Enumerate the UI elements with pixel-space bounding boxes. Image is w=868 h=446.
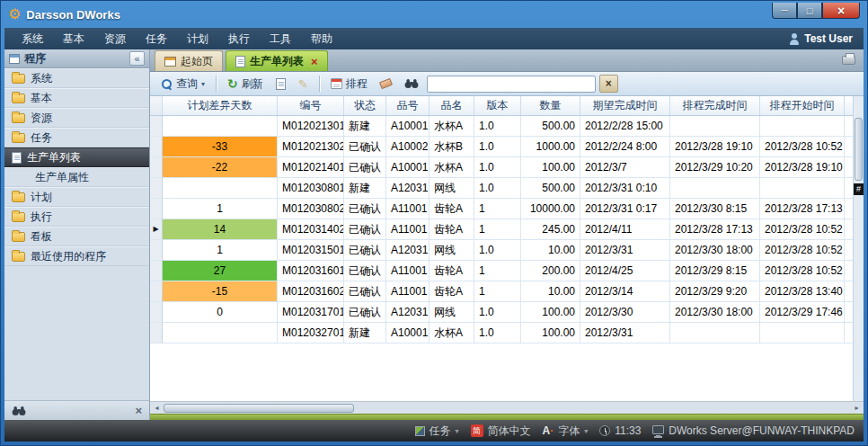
cell: 100.00 [521, 323, 580, 343]
eraser-button[interactable] [376, 78, 396, 89]
cell: 2012/3/29 9:20 [670, 281, 760, 302]
user-info[interactable]: Test User [789, 32, 856, 45]
table-row[interactable]: -15M012031602已确认A11001齿轮A110.002012/3/14… [150, 281, 864, 302]
scroll-left-arrow-icon[interactable] [150, 402, 164, 414]
eraser-icon [379, 78, 393, 89]
statusbar-server[interactable]: DWorks Server@FUNWAY-THINKPAD [652, 424, 855, 437]
refresh-button[interactable]: 刷新 [223, 75, 268, 94]
column-header[interactable]: 期望完成时间 [580, 96, 670, 115]
cell: 1.0 [474, 240, 521, 261]
table-row[interactable]: M012032701新建A10001水杯A1.0100.002012/3/31 [150, 323, 864, 343]
maximize-button[interactable] [797, 3, 822, 19]
sidebar-item[interactable]: 最近使用的程序 [4, 246, 149, 266]
chevron-down-icon [456, 427, 459, 435]
table-row[interactable]: 0M012031701已确认A12031网线1.0100.002012/3/30… [150, 302, 864, 323]
binoculars-icon[interactable] [12, 406, 26, 416]
menu-item[interactable]: 系统 [12, 28, 53, 49]
statusbar-font[interactable]: A 字体 [543, 424, 589, 439]
minimize-button[interactable] [772, 3, 797, 19]
table-row[interactable]: -33M012021302已确认A10002水杯B1.01000.002012/… [150, 137, 864, 157]
scrollbar-thumb[interactable] [164, 404, 354, 413]
cell: 齿轮A [430, 199, 474, 219]
cell: 网线 [430, 302, 474, 323]
menu-item[interactable]: 工具 [260, 28, 301, 49]
scrollbar-thumb[interactable] [855, 118, 863, 181]
cell: M012031701 [278, 302, 344, 323]
menu-item[interactable]: 资源 [94, 28, 136, 49]
chevron-down-icon [584, 427, 588, 435]
table-row[interactable]: 1M012030802已确认A11001齿轮A110000.002012/3/3… [150, 199, 864, 219]
cell: A11001 [386, 281, 430, 302]
cell [760, 323, 845, 343]
cell: M012021302 [278, 137, 344, 157]
cell: 1 [163, 240, 278, 261]
column-header[interactable]: 计划差异天数 [163, 96, 278, 115]
close-button[interactable] [822, 3, 860, 19]
table-row[interactable]: M012021301新建A10001水杯A1.0500.002012/2/28 … [150, 116, 864, 137]
column-header[interactable]: 品号 [386, 96, 430, 115]
cell: 已确认 [344, 137, 386, 157]
column-header[interactable]: 编号 [278, 96, 344, 115]
column-header[interactable]: 品名 [430, 96, 474, 115]
sidebar-title: 程序 [24, 51, 125, 67]
table-row[interactable]: 27M012031601已确认A11001齿轮A1200.002012/4/25… [150, 261, 864, 281]
cell: 1 [474, 219, 521, 240]
table-row[interactable]: M012030801新建A12031网线1.0500.002012/3/31 0… [150, 178, 864, 199]
cell: 100.00 [521, 302, 580, 323]
tab-production-order-list[interactable]: 生产单列表 [226, 50, 328, 71]
statusbar-tasks-menu[interactable]: 任务 [415, 424, 459, 439]
cell: 1 [474, 261, 521, 281]
search-input[interactable] [427, 76, 596, 93]
menu-item[interactable]: 执行 [218, 28, 260, 49]
table-row[interactable]: 1M012031501已确认A12031网线1.010.002012/3/312… [150, 240, 864, 261]
app-logo-gear-icon [8, 7, 21, 22]
tab-home[interactable]: 起始页 [155, 50, 223, 71]
new-button[interactable] [271, 76, 290, 92]
sidebar-item[interactable]: 生产单列表 [4, 147, 149, 167]
schedule-button[interactable]: 排程 [326, 75, 372, 94]
column-header[interactable]: 状态 [344, 96, 386, 115]
statusbar-language[interactable]: 简 简体中文 [471, 424, 531, 439]
sidebar-item[interactable]: 任务 [4, 128, 149, 147]
sidebar-item[interactable]: 系统 [4, 68, 149, 88]
sidebar-item[interactable]: 生产单属性 [4, 167, 149, 187]
edit-button[interactable] [294, 76, 313, 92]
cell: 已确认 [344, 199, 386, 219]
printer-icon[interactable] [842, 56, 855, 65]
column-header[interactable]: 数量 [521, 96, 580, 115]
title-bar[interactable]: Darsson DWorks [1, 1, 867, 28]
statusbar-clock[interactable]: 11:33 [599, 424, 641, 437]
new-document-icon [276, 78, 286, 90]
column-header[interactable]: 排程完成时间 [670, 96, 760, 115]
folder-icon [12, 252, 25, 262]
menu-item[interactable]: 计划 [177, 28, 218, 49]
menu-item[interactable]: 帮助 [301, 28, 342, 49]
menu-item[interactable]: 基本 [53, 28, 94, 49]
clear-filter-icon[interactable] [135, 405, 142, 416]
column-header[interactable]: 排程开始时间 [760, 96, 845, 115]
sidebar-item[interactable]: 执行 [4, 207, 149, 227]
sidebar-item[interactable]: 计划 [4, 187, 149, 207]
menu-item[interactable]: 任务 [136, 28, 177, 49]
sidebar-item[interactable]: 资源 [4, 108, 149, 128]
sidebar-item[interactable]: 看板 [4, 227, 149, 246]
folder-icon [12, 74, 25, 84]
query-button[interactable]: 查询 [156, 75, 209, 94]
sidebar-search-bar [4, 400, 149, 420]
horizontal-scrollbar[interactable] [150, 401, 864, 414]
cell: 27 [163, 261, 278, 281]
close-tab-icon[interactable] [311, 56, 318, 67]
table-row[interactable]: -22M012021401已确认A10001水杯A1.0100.002012/3… [150, 157, 864, 178]
scroll-right-arrow-icon[interactable] [850, 402, 864, 414]
cell [670, 323, 760, 343]
vertical-scrollbar[interactable]: # [853, 96, 864, 401]
sidebar-item[interactable]: 基本 [4, 88, 149, 108]
cell: M012021401 [278, 157, 344, 178]
collapse-sidebar-button[interactable]: « [129, 51, 145, 66]
clear-search-button[interactable] [599, 75, 618, 93]
table-row[interactable]: 14M012031402已确认A11001齿轮A1245.002012/4/11… [150, 219, 864, 240]
user-name: Test User [804, 32, 853, 45]
find-button[interactable] [400, 76, 423, 91]
cell: 齿轮A [430, 261, 474, 281]
column-header[interactable]: 版本 [474, 96, 521, 115]
